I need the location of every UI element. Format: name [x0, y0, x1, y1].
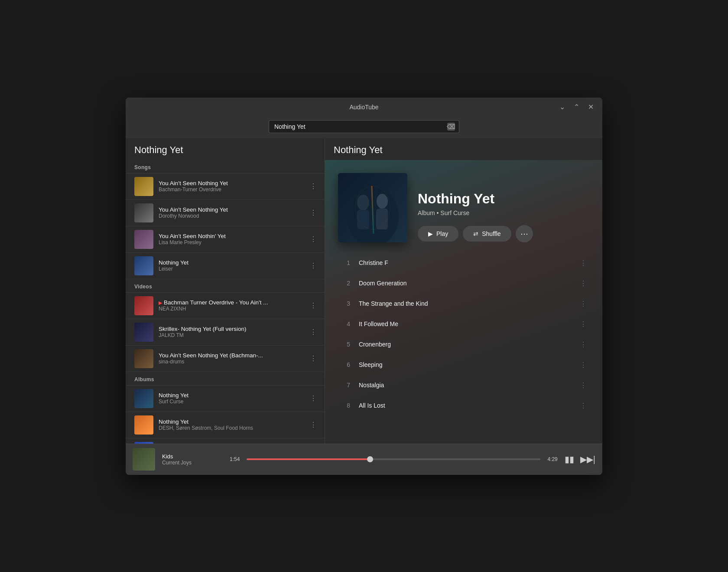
- pause-button[interactable]: ▮▮: [565, 454, 574, 464]
- track-item[interactable]: 1 Christine F ⋮: [332, 253, 595, 273]
- track-item[interactable]: 8 All Is Lost ⋮: [332, 395, 595, 416]
- video-more-button[interactable]: ⋮: [307, 300, 319, 311]
- player-controls: ▮▮ ▶▶|: [565, 454, 595, 464]
- right-panel: Nothing Yet: [325, 138, 602, 444]
- album-actions: ▶ Play ⇄ Shuffle ⋯: [418, 225, 589, 242]
- list-item[interactable]: You Ain't Seen Nothing Yet (Bachman-... …: [126, 346, 325, 372]
- track-item[interactable]: 6 Sleeping ⋮: [332, 355, 595, 375]
- track-list: 1 Christine F ⋮ 2 Doom Generation ⋮ 3 Th…: [325, 253, 602, 416]
- song-more-button[interactable]: ⋮: [307, 233, 319, 245]
- track-item[interactable]: 2 Doom Generation ⋮: [332, 273, 595, 294]
- track-name: It Followed Me: [359, 320, 577, 327]
- track-name: The Strange and the Kind: [359, 300, 577, 307]
- player-time-current: 1:54: [230, 456, 240, 462]
- player-progress-knob[interactable]: [367, 456, 373, 462]
- list-item[interactable]: You Ain't Seen Nothing Yet Dorothy Norwo…: [126, 200, 325, 226]
- list-item[interactable]: ▶Bachman Turner Overdrive - You Ain't ..…: [126, 293, 325, 319]
- song-info: Nothing Yet Leiser: [159, 259, 307, 272]
- song-more-button[interactable]: ⋮: [307, 180, 319, 192]
- close-button[interactable]: ✕: [586, 102, 595, 112]
- track-name: All Is Lost: [359, 402, 577, 409]
- list-item[interactable]: You Ain't Seen Nothing Yet Bachman-Turne…: [126, 173, 325, 200]
- svg-rect-5: [376, 209, 388, 229]
- track-number: 2: [338, 280, 350, 287]
- album-more-button[interactable]: ⋯: [516, 225, 533, 242]
- song-more-button[interactable]: ⋮: [307, 207, 319, 219]
- track-name: Nostalgia: [359, 382, 577, 389]
- track-more-button[interactable]: ⋮: [577, 278, 589, 289]
- track-more-button[interactable]: ⋮: [577, 379, 589, 391]
- shuffle-button[interactable]: ⇄ Shuffle: [463, 226, 511, 242]
- song-title: You Ain't Seen Nothing Yet: [159, 206, 307, 213]
- track-item[interactable]: 7 Nostalgia ⋮: [332, 375, 595, 395]
- song-info: You Ain't Seen Nothin' Yet Lisa Marie Pr…: [159, 233, 307, 245]
- app-title: AudioTube: [349, 104, 378, 111]
- list-item[interactable]: Skrillex- Nothing Yet (Full version) JAL…: [126, 319, 325, 346]
- list-item[interactable]: Nothing Yet DESH, Søren Søstrom, Soul Fo…: [126, 412, 325, 438]
- list-item[interactable]: You Ain't Seen Nothin' Yet Lisa Marie Pr…: [126, 226, 325, 253]
- player-progress-bar[interactable]: [247, 458, 540, 460]
- song-artist: Bachman-Turner Overdrive: [159, 186, 307, 193]
- track-number: 3: [338, 300, 350, 307]
- song-thumbnail: [134, 256, 153, 275]
- play-icon: ▶: [428, 230, 433, 237]
- search-input[interactable]: [269, 120, 459, 133]
- album-detail: Nothing Yet Album • Surf Curse ▶ Play ⇄ …: [325, 160, 602, 444]
- play-label: Play: [436, 230, 448, 237]
- track-more-button[interactable]: ⋮: [577, 400, 589, 412]
- player-bar: Kids Current Joys 1:54 4:29 ▮▮ ▶▶|: [126, 444, 602, 475]
- track-more-button[interactable]: ⋮: [577, 257, 589, 269]
- track-number: 6: [338, 361, 350, 368]
- video-channel: sina-drums: [159, 359, 307, 365]
- minimize-button[interactable]: ⌄: [558, 102, 567, 112]
- track-more-button[interactable]: ⋮: [577, 298, 589, 310]
- song-more-button[interactable]: ⋮: [307, 260, 319, 271]
- player-song-name: Kids: [162, 453, 223, 460]
- player-song-info: Kids Current Joys: [162, 453, 223, 466]
- player-progress-wrap[interactable]: [247, 458, 540, 460]
- search-bar: ⌫: [126, 117, 602, 138]
- video-more-button[interactable]: ⋮: [307, 353, 319, 364]
- album-title-heading: Nothing Yet: [418, 191, 589, 207]
- skip-forward-button[interactable]: ▶▶|: [580, 454, 595, 464]
- list-item[interactable]: Nothing Yet Leiser ⋮: [126, 253, 325, 279]
- album-meta: Album • Surf Curse: [418, 209, 589, 216]
- player-progress-fill: [247, 458, 370, 460]
- track-number: 8: [338, 402, 350, 409]
- song-thumbnail: [134, 177, 153, 196]
- track-item[interactable]: 5 Cronenberg ⋮: [332, 334, 595, 355]
- player-thumbnail: [133, 448, 155, 471]
- track-name: Christine F: [359, 259, 577, 266]
- maximize-button[interactable]: ⌃: [572, 102, 581, 112]
- player-artist: Current Joys: [162, 460, 223, 466]
- track-more-button[interactable]: ⋮: [577, 359, 589, 371]
- left-panel-title: Nothing Yet: [126, 138, 325, 160]
- svg-point-3: [377, 194, 388, 209]
- video-title: Skrillex- Nothing Yet (Full version): [159, 326, 307, 332]
- track-more-button[interactable]: ⋮: [577, 339, 589, 350]
- track-item[interactable]: 4 It Followed Me ⋮: [332, 314, 595, 334]
- track-name: Doom Generation: [359, 280, 577, 287]
- left-panel: Nothing Yet Songs You Ain't Seen Nothing…: [126, 138, 325, 444]
- album-more-button[interactable]: ⋮: [307, 419, 319, 431]
- album-thumbnail: [134, 389, 153, 408]
- shuffle-label: Shuffle: [482, 230, 500, 237]
- list-item[interactable]: Nothing Yet ⋮: [126, 438, 325, 444]
- svg-rect-4: [357, 210, 369, 229]
- list-item[interactable]: Nothing Yet Surf Curse ⋮: [126, 386, 325, 412]
- video-thumbnail: [134, 349, 153, 368]
- album-info-block: Nothing Yet Album • Surf Curse ▶ Play ⇄ …: [418, 191, 589, 242]
- left-panel-list: Songs You Ain't Seen Nothing Yet Bachman…: [126, 160, 325, 444]
- song-artist: Lisa Marie Presley: [159, 239, 307, 245]
- song-title: You Ain't Seen Nothin' Yet: [159, 233, 307, 239]
- albums-section-header: Albums: [126, 372, 325, 386]
- play-button[interactable]: ▶ Play: [418, 226, 458, 242]
- video-more-button[interactable]: ⋮: [307, 326, 319, 338]
- video-thumbnail: [134, 323, 153, 342]
- album-more-button[interactable]: ⋮: [307, 392, 319, 404]
- song-title: You Ain't Seen Nothing Yet: [159, 180, 307, 186]
- search-clear-button[interactable]: ⌫: [447, 123, 455, 131]
- songs-section-header: Songs: [126, 160, 325, 173]
- track-more-button[interactable]: ⋮: [577, 318, 589, 330]
- track-item[interactable]: 3 The Strange and the Kind ⋮: [332, 294, 595, 314]
